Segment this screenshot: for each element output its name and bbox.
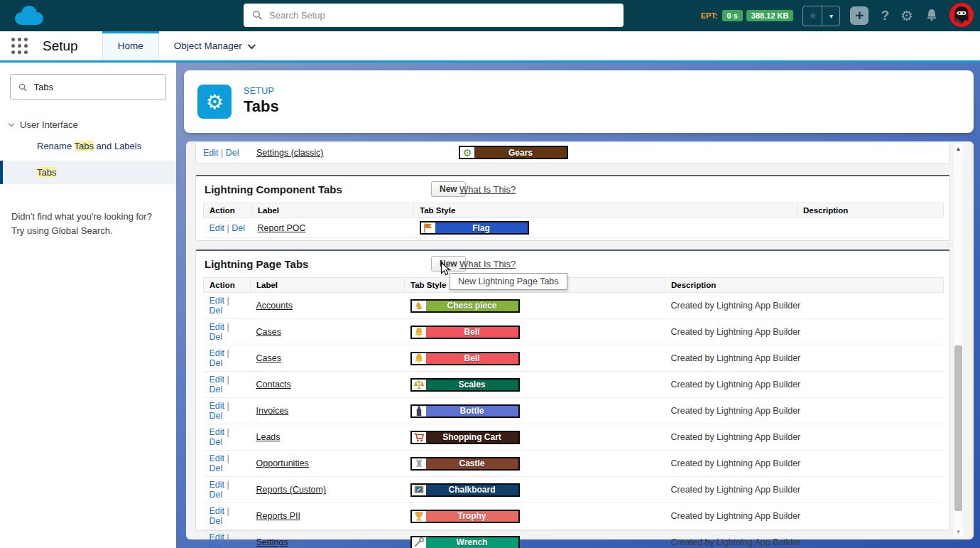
bell-icon (412, 327, 426, 338)
avatar-icon (949, 2, 974, 28)
scroll-up-arrow-icon[interactable]: ▲ (954, 146, 963, 152)
table-row: Edit | Del Opportunities Castle Created … (204, 451, 944, 477)
column-header-action: Action (204, 278, 251, 293)
del-link[interactable]: Del (226, 148, 239, 158)
caret-down-icon: ▾ (829, 12, 833, 20)
tab-label-link[interactable]: Reports (Custom) (256, 485, 327, 495)
edit-link[interactable]: Edit (203, 148, 219, 158)
tab-label-link[interactable]: Invoices (256, 406, 289, 416)
flag-icon (421, 222, 435, 233)
salesforce-logo (11, 4, 45, 28)
app-title: Setup (43, 38, 78, 54)
del-link[interactable]: Del (209, 332, 223, 342)
del-link[interactable]: Del (209, 542, 223, 548)
edit-link[interactable]: Edit (209, 480, 225, 490)
edit-link[interactable]: Edit (209, 223, 225, 233)
what-is-this-link[interactable]: What Is This? (459, 184, 516, 195)
scrollbar-thumb[interactable] (954, 345, 962, 511)
quick-create-button[interactable]: + (850, 6, 869, 25)
description-cell: Created by Lightning App Builder (665, 477, 944, 503)
tab-label-link[interactable]: Cases (256, 327, 281, 337)
table-row: Edit | Del Invoices Bottle Created by Li… (204, 398, 944, 424)
tab-object-manager[interactable]: Object Manager (159, 31, 268, 60)
scroll-down-arrow-icon[interactable]: ▼ (954, 529, 963, 535)
favorites-control: ★ ▾ (802, 6, 840, 26)
app-launcher-icon[interactable] (11, 38, 28, 55)
del-link[interactable]: Del (209, 385, 223, 394)
del-link[interactable]: Del (209, 358, 223, 368)
sidebar-item-tabs[interactable]: Tabs (0, 161, 176, 184)
tab-style-preview: Gears (459, 146, 568, 159)
table-row: Edit | Del Contacts Scales Created by Li… (204, 372, 944, 398)
setup-nav: Setup Home Object Manager (0, 31, 980, 63)
page-title: Tabs (244, 97, 279, 116)
tab-label-link[interactable]: Opportunities (256, 458, 309, 468)
gears-icon (460, 147, 474, 158)
del-link[interactable]: Del (209, 463, 223, 473)
tab-label-link[interactable]: Report POC (258, 223, 306, 233)
sidebar-search-input[interactable] (33, 82, 158, 92)
tab-home[interactable]: Home (102, 31, 159, 60)
chevron-down-icon (247, 41, 255, 48)
tab-label-link[interactable]: Cases (256, 353, 281, 363)
description-cell: Created by Lightning App Builder (665, 398, 944, 424)
column-header-label: Label (251, 278, 405, 293)
del-link[interactable]: Del (209, 411, 223, 421)
edit-link[interactable]: Edit (209, 427, 225, 437)
del-link[interactable]: Del (232, 223, 245, 233)
help-icon: ? (881, 8, 889, 23)
avatar[interactable] (949, 2, 974, 30)
edit-link[interactable]: Edit (209, 322, 225, 332)
edit-link[interactable]: Edit (209, 348, 225, 358)
global-search (244, 4, 624, 27)
table-row: Edit | Del Reports (Custom) Chalkboard C… (204, 477, 944, 503)
what-is-this-link[interactable]: What Is This? (459, 259, 516, 269)
description-cell: Created by Lightning App Builder (665, 503, 944, 530)
description-cell: Created by Lightning App Builder (665, 345, 944, 372)
edit-link[interactable]: Edit (209, 401, 225, 411)
cursor-pointer-icon (437, 262, 453, 277)
scales-icon (412, 380, 426, 390)
sidebar-item-user-interface[interactable]: User Interface (9, 119, 176, 130)
edit-link[interactable]: Edit (209, 532, 225, 542)
description-cell: Created by Lightning App Builder (665, 293, 944, 319)
favorite-star-button[interactable]: ★ (803, 6, 822, 26)
edit-link[interactable]: Edit (209, 453, 225, 463)
chess-piece-icon (412, 301, 426, 311)
tab-label-link[interactable]: Accounts (256, 301, 293, 311)
column-header-label: Label (252, 203, 414, 218)
table-row: Edit | Del Leads Shopping Cart Created b… (204, 424, 944, 451)
table-row: Edit | Del Reports PII Trophy Created by… (204, 503, 944, 530)
tab-label-link[interactable]: Settings (classic) (256, 148, 323, 158)
del-link[interactable]: Del (209, 516, 223, 526)
favorites-dropdown-button[interactable]: ▾ (822, 6, 839, 26)
tab-label-link[interactable]: Reports PII (256, 511, 301, 521)
column-header-description: Description (797, 203, 944, 218)
edit-link[interactable]: Edit (209, 375, 225, 385)
tab-style-preview: Castle (410, 457, 520, 471)
page-tabs-table: Action Label Tab Style Description Edit … (203, 277, 944, 548)
edit-link[interactable]: Edit (209, 506, 225, 516)
setup-gear-button[interactable]: ⚙ (900, 7, 913, 24)
sidebar-item-rename-tabs-labels[interactable]: Rename Tabs and Labels (0, 136, 176, 156)
tab-label-link[interactable]: Settings (256, 537, 288, 547)
column-header-tab-style: Tab Style (414, 203, 797, 218)
del-link[interactable]: Del (209, 306, 223, 316)
lightning-component-tabs-section: Lightning Component Tabs New What Is Thi… (195, 175, 950, 241)
tab-style-preview: Wrench (410, 536, 520, 548)
del-link[interactable]: Del (209, 490, 223, 500)
help-button[interactable]: ? (881, 8, 889, 23)
tab-label-link[interactable]: Leads (256, 432, 281, 442)
global-search-input[interactable] (269, 10, 615, 21)
del-link[interactable]: Del (209, 437, 223, 447)
vertical-scrollbar[interactable]: ▲ ▼ (954, 144, 963, 537)
chevron-down-icon (9, 121, 14, 127)
scroll-region: Edit | Del Settings (classic) Gears Ligh… (186, 141, 974, 539)
edit-link[interactable]: Edit (209, 296, 225, 306)
notifications-button[interactable] (925, 8, 939, 24)
table-row: Edit | Del Settings (classic) Gears (196, 143, 949, 162)
component-tabs-table: Action Label Tab Style Description Edit … (203, 203, 944, 238)
section-title: Lightning Component Tabs (205, 183, 342, 195)
description-cell: Created by Lightning App Builder (665, 424, 944, 451)
tab-label-link[interactable]: Contacts (256, 380, 291, 389)
